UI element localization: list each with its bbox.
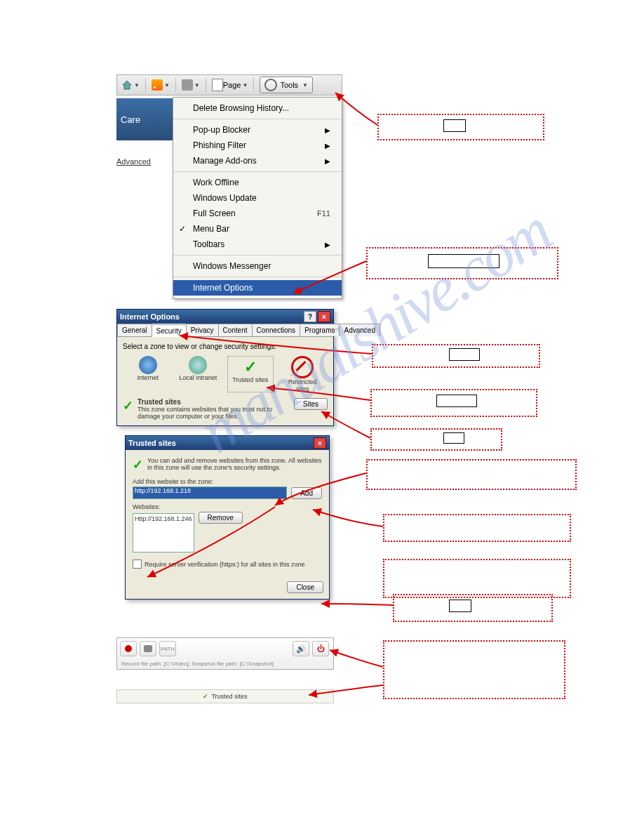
menu-item-label: Delete Browsing History...: [193, 103, 289, 113]
audio-button[interactable]: 🔊: [293, 641, 309, 656]
callout-box: [370, 428, 502, 451]
menu-windows-messenger[interactable]: Windows Messenger: [173, 258, 342, 274]
remove-button[interactable]: Remove: [199, 512, 243, 524]
callout-label: [449, 600, 471, 612]
tab-privacy[interactable]: Privacy: [186, 324, 219, 336]
tab-connections[interactable]: Connections: [252, 324, 301, 336]
status-text: Trusted sites: [211, 693, 247, 700]
menu-item-label: Work Offline: [193, 178, 239, 187]
menu-work-offline[interactable]: Work Offline: [173, 175, 342, 190]
check-icon: ✓: [244, 358, 257, 376]
menu-popup-blocker[interactable]: Pop-up Blocker▶: [173, 122, 342, 138]
separator: [145, 78, 146, 92]
globe-icon: [139, 356, 157, 374]
submenu-arrow-icon: ▶: [325, 157, 330, 165]
check-icon: ✓: [123, 398, 133, 420]
stop-button[interactable]: ⏻: [312, 641, 329, 656]
callout-label: [428, 254, 499, 268]
callout-box: [383, 559, 571, 598]
zone-list: Internet Local intranet ✓Trusted sites R…: [123, 356, 328, 392]
zone-trusted-sites[interactable]: ✓Trusted sites: [227, 356, 274, 392]
page-button[interactable]: Page ▼: [208, 75, 253, 95]
callout-label: [443, 432, 464, 444]
chevron-down-icon: ▼: [242, 82, 248, 88]
tab-general[interactable]: General: [117, 324, 152, 336]
tab-security[interactable]: Security: [152, 324, 187, 337]
tab-programs[interactable]: Programs: [300, 324, 340, 336]
advanced-link[interactable]: Advanced: [116, 157, 151, 166]
require-https-label: Require server verification (https:) for…: [145, 561, 305, 568]
menu-toolbars[interactable]: Toolbars▶: [173, 237, 342, 252]
list-item[interactable]: Http://192.168.1.246: [135, 515, 192, 522]
chevron-down-icon: ▼: [164, 82, 170, 88]
record-icon: [125, 645, 132, 652]
menu-item-label: Toolbars: [193, 239, 224, 249]
tools-label: Tools: [280, 81, 298, 89]
menu-item-label: Windows Messenger: [193, 261, 271, 271]
menu-menu-bar[interactable]: ✓Menu Bar: [173, 221, 342, 237]
dialog-title: Trusted sites: [128, 439, 176, 447]
callout-label: [443, 119, 466, 132]
record-toolbar: PATH 🔊 ⏻ Record file path: [C:\Video]; S…: [116, 637, 334, 670]
menu-shortcut: F11: [317, 209, 330, 218]
menu-internet-options[interactable]: Internet Options: [173, 280, 342, 296]
camera-icon: [144, 645, 152, 652]
callout-box: [383, 640, 565, 699]
zone-restricted-sites[interactable]: Restricted sites: [281, 356, 323, 392]
close-icon[interactable]: ×: [314, 437, 326, 449]
banner-title: Care: [121, 114, 140, 125]
callout-box: [383, 514, 571, 542]
trusted-sites-dialog: Trusted sites × ✓ You can add and remove…: [125, 435, 330, 600]
callout-box: [393, 594, 553, 622]
restricted-icon: [291, 356, 314, 378]
websites-label: Websites:: [133, 503, 322, 510]
add-website-label: Add this website to the zone:: [133, 478, 322, 485]
menu-item-label: Phishing Filter: [193, 140, 246, 150]
zone-internet[interactable]: Internet: [127, 356, 169, 392]
add-website-input[interactable]: http://192.168.1.218: [133, 486, 287, 499]
trusted-sites-desc: This zone contains websites that you tru…: [137, 406, 290, 420]
print-button[interactable]: ▼: [177, 75, 204, 95]
add-button[interactable]: Add: [291, 487, 322, 499]
menu-windows-update[interactable]: Windows Update: [173, 190, 342, 206]
dialog-title: Internet Options: [120, 312, 180, 321]
close-button[interactable]: Close: [287, 581, 323, 593]
snapshot-button[interactable]: [140, 641, 156, 656]
home-button[interactable]: ▼: [117, 75, 144, 95]
zone-local-intranet[interactable]: Local intranet: [177, 356, 219, 392]
stop-icon: ⏻: [317, 644, 325, 653]
menu-manage-addons[interactable]: Manage Add-ons▶: [173, 153, 342, 168]
dialog-titlebar: Internet Options ? ×: [117, 310, 333, 324]
rss-button[interactable]: ▼: [147, 75, 174, 95]
menu-item-label: Full Screen: [193, 208, 236, 218]
tools-button[interactable]: Tools ▼: [260, 77, 313, 93]
record-path-text: Record file path: [C:\Video]; Snapshot f…: [117, 659, 333, 668]
page-banner: Care: [116, 98, 177, 140]
menu-full-screen[interactable]: Full ScreenF11: [173, 206, 342, 221]
menu-phishing-filter[interactable]: Phishing Filter▶: [173, 138, 342, 153]
home-icon: [121, 79, 133, 91]
zone-label: Trusted sites: [232, 376, 268, 383]
require-https-checkbox[interactable]: [133, 560, 142, 569]
tab-content[interactable]: Content: [218, 324, 253, 336]
menu-item-label: Menu Bar: [193, 224, 229, 234]
page-label: Page: [223, 81, 241, 89]
submenu-arrow-icon: ▶: [325, 241, 330, 249]
folder-icon: PATH: [161, 646, 175, 652]
help-button[interactable]: ?: [304, 311, 316, 322]
check-icon: ✓: [133, 457, 143, 472]
sites-button[interactable]: Sites: [294, 398, 328, 410]
path-button[interactable]: PATH: [159, 641, 176, 656]
page-icon: [212, 79, 223, 91]
zone-prompt: Select a zone to view or change security…: [123, 343, 328, 350]
chevron-down-icon: ▼: [134, 82, 140, 88]
websites-listbox[interactable]: Http://192.168.1.246: [133, 513, 194, 552]
callout-box: [366, 459, 577, 490]
close-icon[interactable]: ×: [318, 311, 330, 322]
menu-delete-history[interactable]: Delete Browsing History...: [173, 100, 342, 116]
record-button[interactable]: [120, 641, 137, 656]
tab-advanced[interactable]: Advanced: [339, 324, 380, 336]
trusted-dialog-desc: You can add and remove websites from thi…: [147, 457, 322, 471]
speaker-icon: 🔊: [296, 644, 306, 654]
intranet-icon: [189, 356, 207, 374]
